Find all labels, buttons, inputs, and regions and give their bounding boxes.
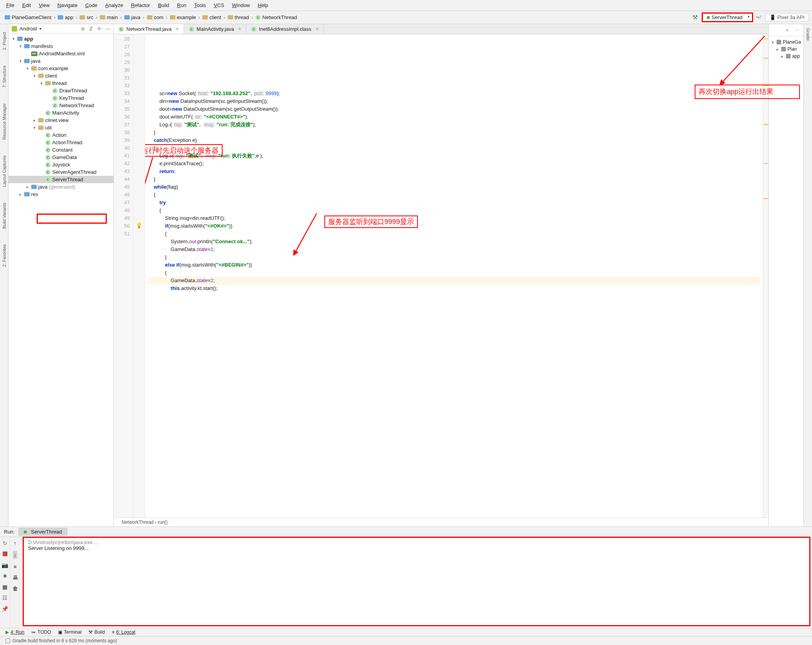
tree-item[interactable]: CJoystick <box>9 161 113 168</box>
code-editor[interactable]: 程序运行时先启动这个服务器 服务器监听到端口9999显示 sc=new Sock… <box>145 34 763 518</box>
gradle-tree-item[interactable]: PlaneGa <box>770 39 802 46</box>
menu-help[interactable]: Help <box>255 2 271 9</box>
tree-item[interactable]: CServerAgentThread <box>9 168 113 176</box>
intention-bulb-icon[interactable]: 💡 <box>136 222 142 228</box>
tree-item[interactable]: CGameData <box>9 154 113 161</box>
menu-file[interactable]: File <box>4 2 17 9</box>
menu-build[interactable]: Build <box>156 2 172 9</box>
annotation-2: 服务器监听到端口9999显示 <box>324 216 418 228</box>
settings-icon[interactable]: ✢ <box>97 26 101 32</box>
menu-navigate[interactable]: Navigate <box>55 2 80 9</box>
trash-icon[interactable]: 🗑 <box>12 585 18 592</box>
tree-item[interactable]: CDrawThread <box>9 87 113 94</box>
camera-icon[interactable]: 📷 <box>2 562 8 568</box>
gradle-tree-item[interactable]: Plan <box>770 46 802 53</box>
tree-item[interactable]: com.example <box>9 65 113 72</box>
project-tree[interactable]: appmanifestsMFAndroidManifest.xmljavacom… <box>9 34 113 527</box>
tool----project[interactable]: 1: Project <box>2 32 7 50</box>
console-output[interactable]: D:\Androidyx\jre\bin\java.exe ... Server… <box>20 537 812 628</box>
print-icon[interactable]: 🖶 <box>12 574 18 581</box>
breadcrumb-item[interactable]: thread <box>226 14 251 21</box>
menu-analyze[interactable]: Analyze <box>103 2 126 9</box>
status-bar: Gradle build finished in 8 s 629 ms (mom… <box>0 636 812 645</box>
tree-item[interactable]: res <box>9 191 113 198</box>
close-icon[interactable]: ✕ <box>175 27 179 32</box>
menu-code[interactable]: Code <box>83 2 100 9</box>
project-view-header[interactable]: Android ▾ ⊕ ⇵ ✢ — <box>9 24 113 34</box>
up-icon[interactable]: ↑ <box>14 540 16 546</box>
editor-tab[interactable]: CMainActivity.java✕ <box>184 24 246 34</box>
menu-tools[interactable]: Tools <box>192 2 208 9</box>
tree-item[interactable]: app <box>9 35 113 42</box>
down-icon[interactable]: ↓ <box>13 551 17 559</box>
bottom-tool-build[interactable]: ⚒Build <box>88 629 105 635</box>
tree-item[interactable]: CMainActivity <box>9 109 113 117</box>
close-icon[interactable]: ✕ <box>315 27 319 32</box>
hide-icon[interactable]: — <box>105 26 110 32</box>
bug-icon[interactable]: ✸ <box>3 573 7 579</box>
editor-tab[interactable]: CInet6AddressImpl.class✕ <box>246 24 324 34</box>
bottom-tool-terminal[interactable]: ▣Terminal <box>58 629 81 635</box>
editor-area: CNetworkThread.java✕CMainActivity.java✕C… <box>114 24 768 527</box>
tree-item[interactable]: CActionThread <box>9 139 113 146</box>
run-config-dropdown[interactable]: ServerThread <box>702 12 753 22</box>
breadcrumb-item[interactable]: src <box>78 14 95 21</box>
tree-item[interactable]: CKeyThread <box>9 94 113 102</box>
rerun-icon[interactable]: ↻ <box>3 540 7 546</box>
tree-item[interactable]: thread <box>9 80 113 87</box>
annotation-gutter: 💡 <box>133 34 145 518</box>
editor-tab[interactable]: CNetworkThread.java✕ <box>114 24 184 34</box>
error-stripe[interactable] <box>763 34 768 518</box>
filter-icon[interactable]: ☷ <box>2 595 7 601</box>
bottom-tool-todo[interactable]: ≔TODO <box>31 629 51 635</box>
menu-refactor[interactable]: Refactor <box>129 2 152 9</box>
menu-edit[interactable]: Edit <box>20 2 33 9</box>
tree-item[interactable]: java (generated) <box>9 183 113 191</box>
bottom-tool-6--logcat[interactable]: ≡6: Logcat <box>112 629 135 635</box>
pin-icon[interactable]: 📌 <box>2 606 8 612</box>
stop-icon[interactable] <box>3 551 7 557</box>
menu-view[interactable]: View <box>36 2 52 9</box>
close-icon[interactable]: ✕ <box>238 27 241 32</box>
remove-icon[interactable]: － <box>794 27 800 34</box>
menu-vcs[interactable]: VCS <box>211 2 226 9</box>
breadcrumb-item[interactable]: client <box>201 14 223 21</box>
tree-item[interactable]: CConstant <box>9 146 113 154</box>
breadcrumb-item[interactable]: java <box>123 14 142 21</box>
gradle-tree-item[interactable]: app <box>770 53 802 60</box>
breadcrumb-item[interactable]: example <box>168 14 198 21</box>
tool----structure[interactable]: 7: Structure <box>2 65 7 88</box>
tool----favorites[interactable]: 2: Favorites <box>2 244 7 267</box>
bottom-tool-4--run[interactable]: ▶4: Run <box>5 629 24 635</box>
device-selector[interactable]: 📱 Pixel 3a API <box>765 13 809 21</box>
tool-resource-manager[interactable]: Resource Manager <box>2 103 7 140</box>
tree-item[interactable]: client <box>9 72 113 80</box>
tree-item[interactable]: java <box>9 57 113 65</box>
breadcrumb-item[interactable]: CNetworkThread <box>254 14 299 21</box>
layout-icon[interactable]: ▦ <box>2 584 7 590</box>
breadcrumb-item[interactable]: app <box>56 14 75 21</box>
tree-item[interactable]: clinet.view <box>9 117 113 124</box>
editor-breadcrumb[interactable]: NetworkThread › run() <box>114 518 768 527</box>
wrap-icon[interactable]: ≡ <box>13 564 16 570</box>
add-icon[interactable]: ＋ <box>785 27 790 34</box>
breadcrumb-item[interactable]: PlaneGameClient <box>3 14 53 21</box>
tool-layout-captures[interactable]: Layout Captures <box>2 156 7 187</box>
bottom-tool-bar: ▶4: Run≔TODO▣Terminal⚒Build≡6: Logcat <box>0 628 812 636</box>
menu-run[interactable]: Run <box>175 2 189 9</box>
gradle-tool-button[interactable]: Gradle <box>806 28 810 527</box>
tree-item[interactable]: CNetworkThread <box>9 102 113 109</box>
tree-item[interactable]: MFAndroidManifest.xml <box>9 50 113 57</box>
build-icon[interactable]: ⚒ <box>692 14 698 21</box>
tree-item[interactable]: CAction <box>9 131 113 139</box>
run-tab[interactable]: ServerThread <box>18 528 67 536</box>
breadcrumb-item[interactable]: com <box>145 14 165 21</box>
tree-item[interactable]: CServerThread <box>9 176 113 183</box>
target-icon[interactable]: ⊕ <box>81 26 85 32</box>
tool-build-variants[interactable]: Build Variants <box>2 203 7 229</box>
tree-item[interactable]: util <box>9 124 113 131</box>
breadcrumb-item[interactable]: main <box>98 14 119 21</box>
collapse-icon[interactable]: ⇵ <box>89 26 93 32</box>
menu-window[interactable]: Window <box>230 2 252 9</box>
tree-item[interactable]: manifests <box>9 42 113 50</box>
